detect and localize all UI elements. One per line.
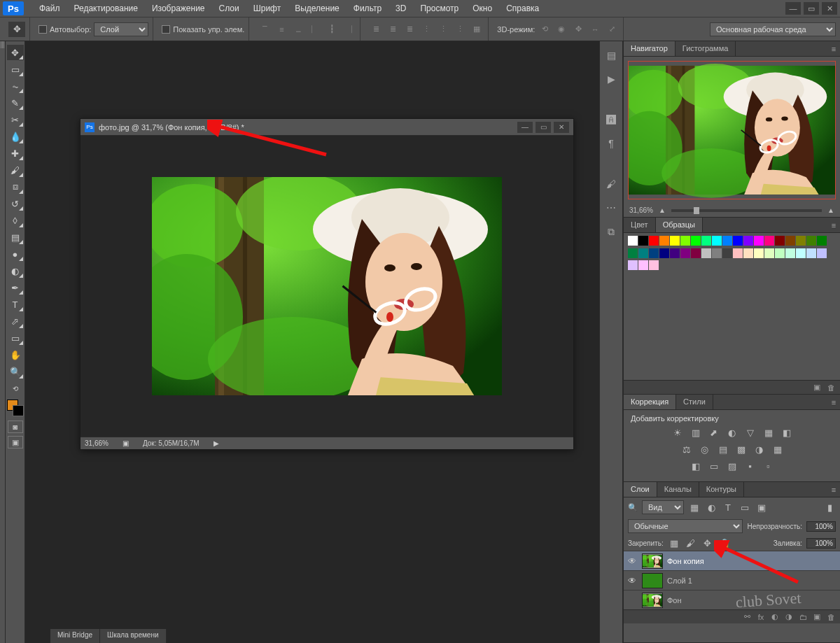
marquee-tool[interactable]: ▭: [7, 62, 24, 77]
align-bottom-icon[interactable]: ⎽: [291, 22, 305, 36]
zoom-out-icon[interactable]: ▲: [659, 206, 666, 214]
minimize-button[interactable]: —: [785, 2, 801, 15]
new-group-icon[interactable]: 🗀: [798, 612, 808, 622]
swatch[interactable]: [796, 236, 806, 246]
foreground-background-colors[interactable]: [7, 400, 24, 416]
status-doc-size[interactable]: Док: 5,05M/16,7M: [143, 439, 200, 447]
lookup-adjust-icon[interactable]: ▩: [735, 444, 748, 455]
mini-bridge-tab[interactable]: Mini Bridge: [50, 629, 100, 643]
brush-tool[interactable]: 🖌: [7, 162, 24, 178]
swatch[interactable]: [806, 236, 816, 246]
more2-adjust-icon[interactable]: ▫: [762, 460, 775, 472]
menu-Окно[interactable]: Окно: [465, 1, 499, 16]
move-tool-indicator[interactable]: ✥: [8, 22, 25, 37]
document-canvas[interactable]: [80, 136, 573, 437]
close-button[interactable]: ✕: [822, 2, 837, 15]
swatch[interactable]: [701, 248, 711, 258]
status-doc-icon[interactable]: ▣: [122, 439, 129, 447]
photo-filter-icon[interactable]: ◎: [699, 444, 711, 455]
swatch[interactable]: [817, 236, 827, 246]
adjust-panel-menu[interactable]: ≡: [827, 395, 840, 409]
path-select-tool[interactable]: ⬀: [7, 313, 24, 329]
swatch[interactable]: [712, 248, 722, 258]
link-layers-icon[interactable]: ⚯: [742, 612, 752, 622]
layer-row[interactable]: 👁Слой 1: [624, 570, 840, 590]
layer-row[interactable]: 👁Фон копия: [624, 551, 840, 570]
swatch[interactable]: [817, 248, 827, 258]
lock-trans-icon[interactable]: ▦: [668, 537, 680, 549]
swatch[interactable]: [701, 236, 711, 246]
swatch[interactable]: [733, 248, 743, 258]
align-hmid-icon[interactable]: ┇: [325, 22, 339, 36]
poster-adjust-icon[interactable]: ▦: [771, 444, 784, 455]
swatch[interactable]: [638, 236, 648, 246]
layers-panel-menu[interactable]: ≡: [827, 482, 840, 497]
timeline-tab[interactable]: Шкала времени: [100, 629, 166, 643]
layer-thumbnail[interactable]: [642, 553, 663, 569]
color-panel-menu[interactable]: ≡: [827, 218, 840, 232]
blend-mode-select[interactable]: Обычные: [628, 519, 743, 533]
curves-adjust-icon[interactable]: ⬈: [708, 427, 720, 438]
paragraph-panel-icon[interactable]: ¶: [604, 136, 618, 150]
filter-type-icon[interactable]: T: [722, 502, 734, 513]
swatch[interactable]: [691, 236, 701, 246]
history-panel-icon[interactable]: ▤: [604, 48, 618, 62]
swatch[interactable]: [680, 236, 690, 246]
autoselect-target[interactable]: Слой: [94, 22, 148, 36]
color-tab[interactable]: Цвет: [624, 218, 656, 232]
swatches-tab[interactable]: Образцы: [656, 218, 703, 232]
lock-all-icon[interactable]: 🔒: [718, 537, 731, 549]
show-transform-checkbox[interactable]: [162, 25, 170, 34]
more-adjust-icon[interactable]: ▪: [744, 460, 757, 472]
swatch[interactable]: [722, 236, 732, 246]
swatch[interactable]: [670, 248, 680, 258]
actions-panel-icon[interactable]: ▶: [604, 72, 618, 86]
swatch[interactable]: [775, 248, 785, 258]
align-right-icon[interactable]: ⎹: [342, 22, 356, 36]
doc-close-button[interactable]: ✕: [554, 122, 569, 133]
status-zoom[interactable]: 31,66%: [85, 439, 108, 447]
layer-name-label[interactable]: Слой 1: [667, 577, 692, 585]
swatches-grid[interactable]: [624, 233, 840, 275]
navigator-tab[interactable]: Навигатор: [624, 41, 676, 56]
brushes-panel-icon[interactable]: 🖌: [604, 177, 618, 191]
align-left-icon[interactable]: ⎸: [308, 22, 322, 36]
color-switch-icon[interactable]: ⟲: [7, 381, 24, 396]
lock-pixels-icon[interactable]: 🖌: [685, 537, 697, 549]
document-window[interactable]: Ps фото.jpg @ 31,7% (Фон копия, RGB/8#) …: [80, 118, 574, 450]
document-titlebar[interactable]: Ps фото.jpg @ 31,7% (Фон копия, RGB/8#) …: [80, 119, 573, 136]
dist-right-icon[interactable]: ⋮: [453, 22, 467, 36]
swatch[interactable]: [764, 248, 774, 258]
layers-tab[interactable]: Слои: [624, 482, 657, 497]
menu-Файл[interactable]: Файл: [32, 1, 67, 16]
move-tool[interactable]: ✥: [7, 45, 24, 60]
filter-adjust-icon[interactable]: ◐: [705, 502, 718, 513]
selcolor-adjust-icon[interactable]: ▨: [726, 460, 738, 472]
swatch[interactable]: [775, 236, 785, 246]
channels-tab[interactable]: Каналы: [657, 482, 699, 497]
swatch[interactable]: [743, 248, 753, 258]
dist-left-icon[interactable]: ⋮: [419, 22, 433, 36]
workspace-switcher[interactable]: Основная рабочая среда: [710, 22, 836, 36]
menu-Справка[interactable]: Справка: [499, 1, 546, 16]
pen-tool[interactable]: ✒: [7, 280, 24, 295]
history-brush-tool[interactable]: ↺: [7, 196, 24, 211]
navigator-panel-menu[interactable]: ≡: [827, 41, 840, 56]
swatch[interactable]: [722, 248, 732, 258]
navigator-zoom-slider[interactable]: [671, 209, 822, 212]
menu-Фильтр[interactable]: Фильтр: [346, 1, 388, 16]
swatch[interactable]: [659, 248, 669, 258]
layer-fx-icon[interactable]: fx: [756, 612, 766, 622]
swatch[interactable]: [628, 236, 638, 246]
crop-tool[interactable]: ✂: [7, 112, 24, 127]
delete-layer-icon[interactable]: 🗑: [826, 612, 836, 622]
navigator-zoom-value[interactable]: 31,66%: [629, 206, 653, 214]
screenmode-toggle[interactable]: ▣: [8, 436, 23, 448]
swatch[interactable]: [712, 236, 722, 246]
swatch[interactable]: [785, 236, 795, 246]
status-arrow-icon[interactable]: ▶: [214, 439, 219, 447]
dist-hmid-icon[interactable]: ⋮: [436, 22, 450, 36]
dock-strip-left[interactable]: [0, 41, 6, 643]
menu-Просмотр[interactable]: Просмотр: [413, 1, 465, 16]
filter-toggle[interactable]: ▮: [823, 502, 836, 513]
